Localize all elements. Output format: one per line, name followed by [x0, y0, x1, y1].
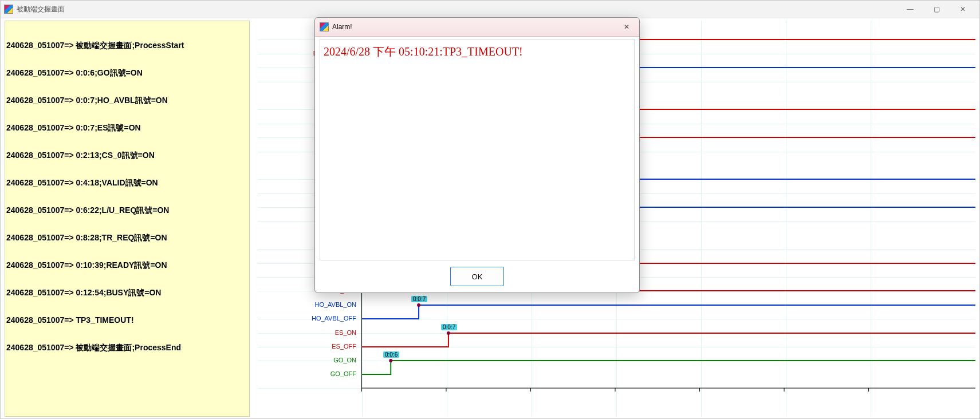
row-label: GO_ON: [258, 357, 356, 363]
log-line: 240628_051007=> 0:4:18;VALID訊號=ON: [6, 178, 248, 187]
row-label: HO_AVBL_ON: [258, 301, 356, 308]
dialog-footer: OK: [315, 260, 639, 292]
main-titlebar[interactable]: 被動端交握畫面 — ▢ ✕: [1, 1, 979, 18]
dialog-message: 2024/6/28 下午 05:10:21:TP3_TIMEOUT!: [324, 45, 523, 58]
close-icon: ✕: [624, 23, 629, 31]
row-label: GO_OFF: [258, 370, 356, 377]
log-line: 240628_051007=> 0:10:39;READY訊號=ON: [6, 260, 248, 270]
dialog-title: Alarm!: [332, 23, 352, 31]
alarm-dialog: Alarm! ✕ 2024/6/28 下午 05:10:21:TP3_TIMEO…: [314, 17, 640, 293]
dialog-app-icon: [320, 22, 329, 31]
row-label: HO_AVBL_OFF: [258, 315, 356, 322]
log-line: 240628_051007=> 被動端交握畫面;ProcessStart: [6, 41, 248, 50]
log-line: 240628_051007=> TP3_TIMEOUT!: [6, 315, 248, 325]
minimize-button[interactable]: —: [897, 1, 923, 18]
close-button[interactable]: ✕: [950, 1, 976, 18]
log-line: 240628_051007=> 0:0:7;HO_AVBL訊號=ON: [6, 96, 248, 105]
row-label: ES_OFF: [258, 343, 356, 350]
window-title: 被動端交握畫面: [17, 5, 65, 14]
log-line: 240628_051007=> 0:0:6;GO訊號=ON: [6, 68, 248, 77]
time-tag: 0:0:7: [441, 324, 457, 330]
maximize-button[interactable]: ▢: [923, 1, 950, 18]
log-line: 240628_051007=> 0:2:13;CS_0訊號=ON: [6, 151, 248, 160]
row-label: ES_ON: [258, 329, 356, 336]
log-line: 240628_051007=> 被動端交握畫面;ProcessEnd: [6, 343, 248, 352]
log-line: 240628_051007=> 0:12:54;BUSY訊號=ON: [6, 288, 248, 297]
app-icon: [4, 5, 13, 14]
ok-button[interactable]: OK: [450, 267, 504, 286]
log-panel[interactable]: 240628_051007=> 被動端交握畫面;ProcessStart 240…: [5, 21, 250, 417]
svg-point-12: [417, 303, 420, 307]
time-tag: 0:0:6: [383, 351, 399, 358]
log-line: 240628_051007=> 0:6:22;L/U_REQ訊號=ON: [6, 205, 248, 215]
dialog-titlebar[interactable]: Alarm! ✕: [315, 18, 639, 37]
dialog-close-button[interactable]: ✕: [619, 20, 635, 34]
dialog-message-area[interactable]: 2024/6/28 下午 05:10:21:TP3_TIMEOUT!: [320, 39, 635, 260]
window-controls: — ▢ ✕: [897, 1, 976, 18]
time-tag: 0:0:7: [411, 296, 427, 302]
log-line: 240628_051007=> 0:8:28;TR_REQ訊號=ON: [6, 233, 248, 242]
log-line: 240628_051007=> 0:0:7;ES訊號=ON: [6, 123, 248, 132]
